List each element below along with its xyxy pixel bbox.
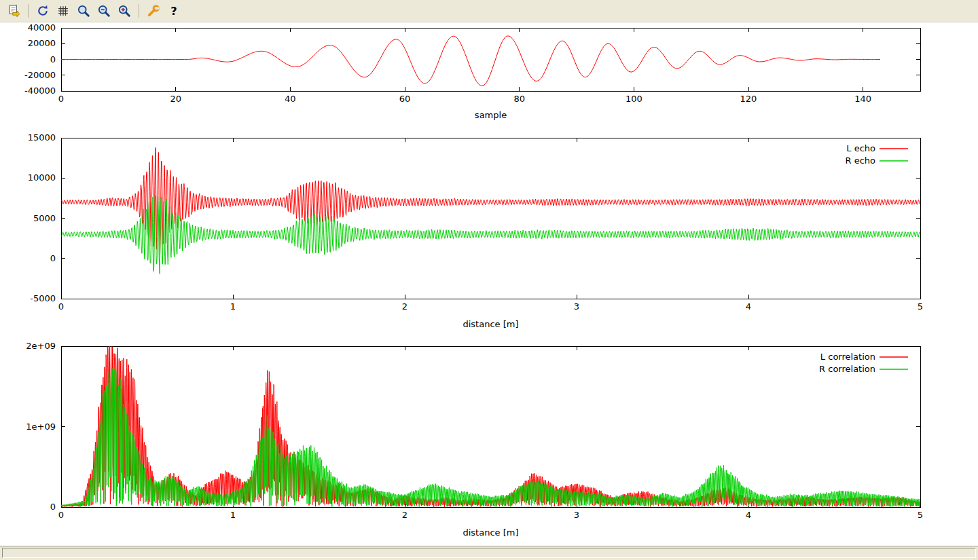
series-r-correlation [61,366,920,506]
grid-icon [56,4,70,18]
x-axis-label: distance [m] [463,319,518,329]
plot-border [61,346,920,507]
x-tick-label: 0 [58,301,64,312]
series-signal [61,36,880,86]
legend-label-r-correlation: R correlation [819,364,875,374]
x-tick-label: 20 [170,94,181,104]
series-r-echo [61,195,920,274]
toolbar: ? [0,0,978,22]
x-tick-label: 3 [574,301,579,312]
zoom-region-button[interactable] [74,1,93,20]
x-tick-label: 140 [854,94,871,104]
copy-to-clipboard-icon [7,4,20,18]
zoom-previous-icon [97,4,111,18]
x-tick-label: 60 [399,94,411,104]
transmit-signal-chart[interactable]: 020406080100120140-40000-200000200004000… [24,22,920,120]
zoom-next-button[interactable] [115,1,134,20]
toolbar-separator [139,4,139,18]
replot-button[interactable] [33,1,52,20]
y-tick-label: 1e+09 [26,422,56,432]
y-tick-label: -5000 [30,293,56,303]
x-tick-label: 1 [230,301,236,312]
x-tick-label: 5 [918,510,923,520]
toolbar-separator [28,4,29,18]
y-tick-label: 15000 [28,132,56,143]
y-tick-label: -20000 [24,70,56,80]
x-tick-label: 40 [285,94,296,104]
x-tick-label: 2 [402,301,408,312]
x-tick-label: 120 [740,94,757,104]
x-tick-label: 4 [746,510,751,520]
x-tick-label: 1 [230,510,236,520]
toggle-grid-button[interactable] [54,1,73,20]
echo-signals-chart[interactable]: 012345-5000050001000015000distance [m]L … [28,132,924,329]
zoom-previous-button[interactable] [94,1,113,20]
x-tick-label: 0 [58,510,64,520]
series-l-correlation [61,346,920,507]
x-tick-label: 2 [402,510,408,520]
correlation-chart[interactable]: 01234501e+092e+09distance [m]L correlati… [26,341,923,538]
series-l-echo [61,147,920,255]
zoom-next-icon [117,4,131,18]
x-tick-label: 100 [626,94,642,104]
y-tick-label: 0 [50,54,56,64]
y-tick-label: 10000 [28,172,56,183]
legend-label-l-echo: L echo [846,143,875,153]
y-tick-label: 20000 [28,38,56,48]
status-field [2,548,976,558]
x-tick-label: 80 [513,94,525,104]
x-tick-label: 3 [574,510,579,520]
y-tick-label: 0 [50,253,56,263]
x-axis-label: sample [475,110,507,120]
plots-svg[interactable]: 020406080100120140-40000-200000200004000… [0,22,978,546]
copy-to-clipboard-button[interactable] [4,1,23,20]
plot-canvas[interactable]: 020406080100120140-40000-200000200004000… [0,22,978,546]
y-tick-label: 5000 [33,213,56,223]
gnuplot-window: ? 020406080100120140-40000-2000002000040… [0,0,978,560]
plot-border [61,138,920,299]
y-tick-label: 40000 [28,22,56,33]
x-tick-label: 5 [918,301,923,312]
help-button[interactable]: ? [164,1,183,20]
x-tick-label: 4 [746,301,751,312]
help-icon: ? [167,4,181,18]
legend-label-r-echo: R echo [845,155,875,166]
wrench-icon [147,4,160,18]
legend-label-l-correlation: L correlation [820,352,875,362]
replot-icon [36,4,50,18]
x-tick-label: 0 [58,94,64,104]
y-tick-label: -40000 [24,86,56,96]
x-axis-label: distance [m] [463,527,518,538]
status-bar [0,546,978,560]
help-glyph: ? [170,5,177,18]
zoom-region-icon [77,4,90,18]
y-tick-label: 2e+09 [26,341,56,351]
y-tick-label: 0 [50,502,56,512]
configure-terminal-button[interactable] [144,1,163,20]
